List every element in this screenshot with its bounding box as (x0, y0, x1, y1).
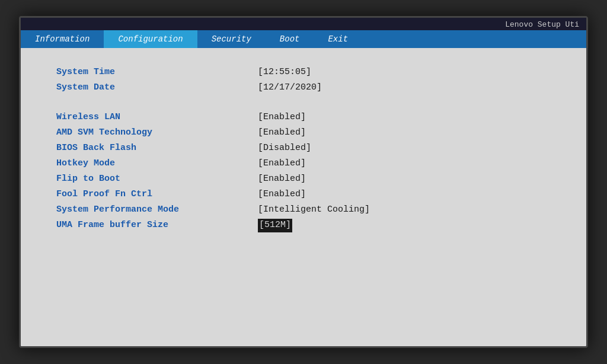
value-system-time[interactable]: [12:55:05] (258, 66, 311, 79)
value-bios-back-flash[interactable]: [Disabled] (258, 142, 311, 155)
value-amd-svm[interactable]: [Enabled] (258, 126, 306, 140)
label-system-time[interactable]: System Time (56, 66, 258, 79)
value-hotkey-mode[interactable]: [Enabled] (258, 157, 306, 171)
label-amd-svm[interactable]: AMD SVM Technology (56, 126, 258, 140)
settings-group-config: Wireless LAN [Enabled] AMD SVM Technolog… (56, 111, 551, 234)
label-system-performance-mode[interactable]: System Performance Mode (56, 203, 258, 217)
value-flip-to-boot[interactable]: [Enabled] (258, 173, 306, 186)
table-row: UMA Frame buffer Size [512M] (56, 219, 551, 234)
brand-bar: Lenovo Setup Uti (21, 18, 586, 30)
value-system-date[interactable]: [12/17/2020] (258, 81, 322, 95)
settings-table: System Time [12:55:05] System Date [12/1… (56, 66, 551, 239)
table-row: AMD SVM Technology [Enabled] (56, 126, 551, 142)
tab-security[interactable]: Security (197, 30, 266, 48)
nav-bar: Information Configuration Security Boot … (21, 30, 586, 48)
label-bios-back-flash[interactable]: BIOS Back Flash (56, 142, 258, 155)
bios-screen: Lenovo Setup Uti Information Configurati… (19, 16, 588, 348)
main-content: System Time [12:55:05] System Date [12/1… (21, 48, 586, 346)
tab-exit[interactable]: Exit (314, 30, 362, 48)
tab-configuration[interactable]: Configuration (104, 30, 197, 48)
value-uma-frame-buffer[interactable]: [512M] (258, 219, 292, 232)
label-system-date[interactable]: System Date (56, 81, 258, 95)
tab-information[interactable]: Information (21, 30, 104, 48)
value-wireless-lan[interactable]: [Enabled] (258, 111, 306, 124)
label-wireless-lan[interactable]: Wireless LAN (56, 111, 258, 124)
table-row: System Performance Mode [Intelligent Coo… (56, 203, 551, 219)
table-row: Wireless LAN [Enabled] (56, 111, 551, 126)
table-row: System Date [12/17/2020] (56, 81, 551, 97)
settings-group-datetime: System Time [12:55:05] System Date [12/1… (56, 66, 551, 97)
label-hotkey-mode[interactable]: Hotkey Mode (56, 157, 258, 171)
table-row: Fool Proof Fn Ctrl [Enabled] (56, 188, 551, 203)
label-uma-frame-buffer[interactable]: UMA Frame buffer Size (56, 219, 258, 232)
table-row: Hotkey Mode [Enabled] (56, 157, 551, 173)
label-fool-proof-fn-ctrl[interactable]: Fool Proof Fn Ctrl (56, 188, 258, 202)
value-system-performance-mode[interactable]: [Intelligent Cooling] (258, 203, 370, 217)
brand-title: Lenovo Setup Uti (505, 20, 579, 29)
table-row: System Time [12:55:05] (56, 66, 551, 81)
tab-boot[interactable]: Boot (266, 30, 314, 48)
table-row: BIOS Back Flash [Disabled] (56, 142, 551, 157)
table-row: Flip to Boot [Enabled] (56, 173, 551, 188)
label-flip-to-boot[interactable]: Flip to Boot (56, 173, 258, 186)
value-fool-proof-fn-ctrl[interactable]: [Enabled] (258, 188, 306, 202)
